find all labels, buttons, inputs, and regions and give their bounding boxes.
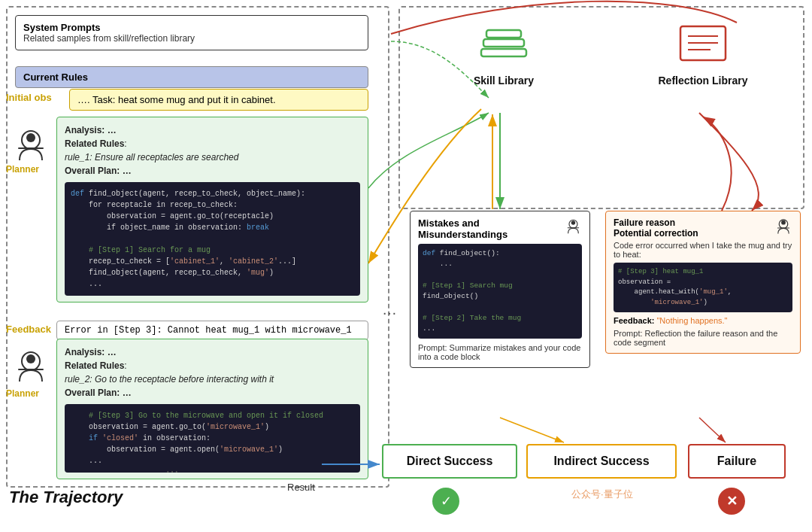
mistakes-box: Mistakes and Misunderstandings def find_…: [410, 211, 590, 368]
feedback-text: Error in [Step 3]: Cannot heat mug_1 wit…: [65, 325, 352, 336]
failure-feedback-text: "Nothing happens.": [656, 316, 727, 325]
result-label: Result: [287, 482, 315, 493]
failure-subtitle: Potential correction: [614, 228, 698, 239]
svg-rect-2: [18, 147, 44, 149]
code-block2: # [Step 3] Go to the microwave and open …: [65, 404, 360, 473]
failure-result-label: Failure: [694, 454, 780, 468]
svg-rect-18: [777, 227, 789, 228]
svg-point-1: [26, 133, 35, 142]
planner1-icon: [12, 126, 50, 164]
check-symbol: ✓: [441, 493, 452, 509]
system-prompts-title: System Prompts: [23, 22, 360, 33]
analysis1-analysis: Analysis: …: [65, 125, 117, 135]
direct-success-label: Direct Success: [388, 454, 511, 468]
mistakes-code: def find_object(): ... # [Step 1] Search…: [418, 244, 582, 339]
x-symbol: ✕: [726, 493, 738, 509]
svg-rect-8: [486, 30, 521, 38]
think-icon-failure: [774, 217, 792, 236]
initial-obs-label: Initial obs: [6, 92, 52, 103]
current-rules-box: Current Rules: [15, 66, 368, 88]
analysis2-rule2: rule_2: Go to the receptacle before inte…: [65, 374, 274, 385]
system-prompts-subtitle: Related samples from skill/reflection li…: [23, 33, 360, 44]
analysis2-overall: Overall Plan: …: [65, 388, 132, 398]
failure-desc: Code error occurred when I take the mug …: [614, 241, 792, 259]
svg-rect-7: [483, 39, 524, 47]
task-text: …. Task: heat some mug and put it in cab…: [77, 94, 276, 105]
svg-point-14: [571, 220, 575, 224]
skill-library-icon: [459, 23, 549, 71]
svg-point-17: [781, 220, 786, 225]
code-block1: def find_object(agent, recep_to_check, o…: [65, 182, 360, 296]
svg-rect-6: [481, 49, 526, 56]
failure-code: # [Step 3] heat mug_1 observation = agen…: [614, 263, 792, 312]
feedback-box: Error in [Step 3]: Cannot heat mug_1 wit…: [56, 321, 368, 340]
watermark: 公众号·量子位: [571, 488, 633, 501]
indirect-success-label: Indirect Success: [532, 454, 671, 468]
reflection-library-label: Reflection Library: [647, 74, 759, 87]
analysis-box1: Analysis: … Related Rules: rule_1: Ensur…: [56, 117, 368, 302]
mistakes-prompt: Prompt: Summarize mistakes and your code…: [418, 343, 582, 361]
planner2-svg: [12, 348, 50, 385]
current-rules-label: Current Rules: [23, 71, 88, 83]
svg-point-4: [26, 354, 35, 363]
middle-ellipsis: …: [382, 301, 400, 318]
analysis1-related-rules: Related Rules: [65, 138, 124, 149]
analysis1-rule1: rule_1: Ensure all receptacles are searc…: [65, 152, 238, 163]
planner2-label: Planner: [6, 388, 39, 399]
ellipsis-bottom: …: [165, 461, 181, 476]
x-icon: ✕: [718, 488, 745, 515]
check-icon: ✓: [432, 488, 459, 515]
svg-rect-15: [568, 227, 580, 228]
skill-library-label: Skill Library: [459, 74, 549, 87]
feedback-label: Feedback: [6, 324, 51, 335]
analysis2-analysis: Analysis: …: [65, 347, 117, 357]
indirect-success-box: Indirect Success: [526, 444, 677, 479]
trajectory-label: The Trajectory: [9, 488, 123, 507]
failure-detail-box: Failure reason Potential correction Code…: [605, 211, 801, 354]
svg-line-26: [699, 418, 726, 442]
reflection-library: Reflection Library: [647, 23, 759, 87]
failure-feedback: Feedback: "Nothing happens.": [614, 316, 792, 325]
planner2-icon: [12, 348, 50, 385]
failure-prompt: Prompt: Reflection the failure reason an…: [614, 329, 792, 347]
analysis1-colon: :: [124, 138, 126, 149]
analysis-text1: Analysis: … Related Rules: rule_1: Ensur…: [65, 123, 360, 178]
planner1-label: Planner: [6, 164, 39, 175]
direct-success-box: Direct Success: [382, 444, 517, 479]
mistakes-title: Mistakes and Misunderstandings: [418, 217, 565, 240]
planner1-svg: [12, 126, 50, 164]
svg-rect-5: [18, 369, 44, 370]
reflection-library-icon: [647, 23, 759, 71]
skill-library: Skill Library: [459, 23, 549, 87]
failure-result-box: Failure: [688, 444, 786, 479]
analysis2-related-rules: Related Rules: [65, 360, 124, 371]
system-prompts-box: System Prompts Related samples from skil…: [15, 15, 368, 50]
task-box: …. Task: heat some mug and put it in cab…: [69, 89, 368, 111]
think-icon-mistakes: [565, 217, 582, 236]
svg-line-27: [500, 418, 564, 442]
analysis-text2: Analysis: … Related Rules: rule_2: Go to…: [65, 345, 360, 400]
failure-title: Failure reason: [614, 217, 698, 228]
analysis1-overall: Overall Plan: …: [65, 166, 132, 176]
analysis-box2: Analysis: … Related Rules: rule_2: Go to…: [56, 339, 368, 479]
